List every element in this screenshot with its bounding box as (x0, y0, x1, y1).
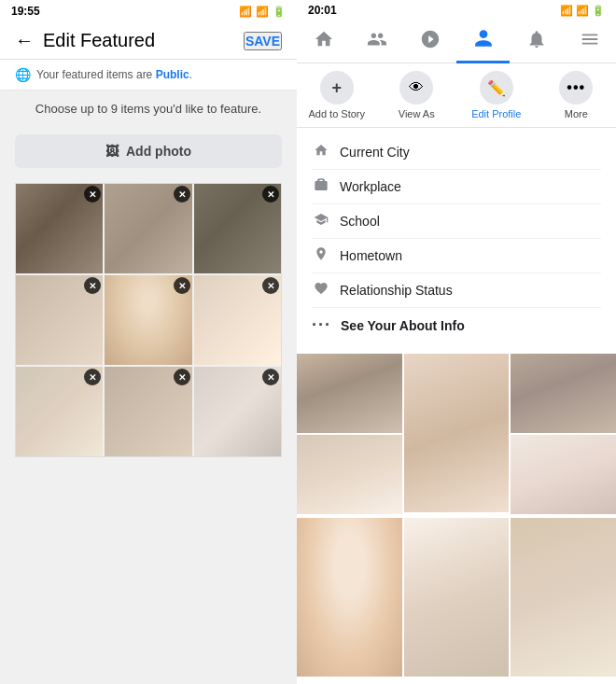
right-status-time: 20:01 (308, 4, 337, 17)
pencil-icon: ✏️ (487, 79, 506, 97)
relationship-item[interactable]: Relationship Status (312, 273, 601, 308)
public-notice-text: Your featured items are Public. (36, 68, 192, 81)
relationship-text: Relationship Status (340, 283, 453, 298)
left-status-icons: 📶 📶 🔋 (239, 6, 286, 18)
hamburger-icon (580, 29, 600, 54)
left-header-title: Edit Featured (43, 30, 155, 51)
grid-cell-5[interactable]: ✕ (105, 275, 191, 365)
back-arrow-icon: ← (15, 30, 34, 51)
remove-photo-7[interactable]: ✕ (84, 369, 101, 385)
grid-cell-2[interactable]: ✕ (105, 184, 191, 273)
view-as-label: View As (399, 108, 435, 119)
right-photo-grid (297, 354, 616, 514)
plus-icon: + (331, 78, 342, 98)
view-as-button[interactable]: 👁 View As (377, 71, 457, 119)
school-item[interactable]: School (312, 204, 601, 239)
right-battery-icon: 🔋 (592, 5, 605, 17)
left-panel: 19:55 📶 📶 🔋 ← Edit Featured SAVE 🌐 Your … (0, 0, 297, 684)
left-header: ← Edit Featured SAVE (0, 22, 297, 60)
grid-cell-1[interactable]: ✕ (16, 184, 103, 273)
remove-photo-2[interactable]: ✕ (174, 186, 190, 202)
right-photo-cell-4[interactable] (297, 435, 402, 514)
see-about-item[interactable]: ··· See Your About Info (312, 308, 601, 342)
more-button[interactable]: ••• More (537, 71, 617, 119)
grid-cell-4[interactable]: ✕ (16, 275, 103, 365)
current-city-item[interactable]: Current City (312, 135, 601, 170)
remove-photo-6[interactable]: ✕ (262, 277, 279, 294)
nav-friends[interactable] (350, 21, 403, 63)
nav-menu[interactable] (563, 21, 616, 63)
add-story-label: Add to Story (308, 108, 365, 119)
right-photo-cell-1[interactable] (297, 354, 402, 433)
school-text: School (340, 214, 380, 229)
nav-profile[interactable] (456, 21, 510, 63)
more-dots-icon: ••• (567, 79, 585, 96)
home-icon (314, 29, 334, 54)
right-photo-cell-6[interactable] (297, 518, 402, 677)
grid-cell-8[interactable]: ✕ (105, 367, 191, 456)
wifi-icon: 📶 (239, 6, 252, 18)
remove-photo-3[interactable]: ✕ (262, 186, 279, 202)
grid-cell-3[interactable]: ✕ (194, 184, 281, 273)
see-about-text: See Your About Info (341, 318, 465, 333)
add-photo-button[interactable]: 🖼 Add photo (15, 134, 282, 168)
profile-info-section: Current City Workplace School Hometown R… (297, 128, 616, 350)
eye-icon: 👁 (409, 79, 424, 96)
workplace-item[interactable]: Workplace (312, 170, 601, 204)
nav-home[interactable] (297, 21, 350, 63)
hometown-text: Hometown (340, 248, 402, 263)
public-link: Public (156, 68, 189, 81)
back-button[interactable]: ← Edit Featured (15, 30, 155, 51)
nav-groups[interactable] (403, 21, 456, 63)
heart-icon (312, 281, 330, 300)
see-about-dots-icon: ··· (312, 315, 331, 335)
edit-profile-icon-circle: ✏️ (480, 71, 513, 105)
right-photo-cell-7[interactable] (404, 518, 510, 677)
grid-cell-6[interactable]: ✕ (194, 275, 281, 365)
left-photo-grid-wrapper: ✕ ✕ ✕ ✕ ✕ ✕ ✕ ✕ ✕ (15, 183, 282, 457)
remove-photo-5[interactable]: ✕ (174, 277, 190, 294)
status-bar-right: 20:01 📶 📶 🔋 (297, 0, 616, 21)
remove-photo-9[interactable]: ✕ (262, 369, 279, 385)
right-photo-section (297, 350, 616, 680)
house-icon (312, 143, 330, 161)
edit-profile-button[interactable]: ✏️ Edit Profile (456, 71, 537, 119)
profile-actions: + Add to Story 👁 View As ✏️ Edit Profile… (297, 63, 616, 128)
grid-cell-7[interactable]: ✕ (16, 367, 103, 456)
right-photo-cell-8[interactable] (511, 518, 616, 677)
nav-notifications[interactable] (510, 21, 563, 63)
current-city-text: Current City (340, 145, 410, 160)
globe-icon: 🌐 (15, 67, 31, 82)
more-label: More (565, 108, 588, 119)
right-photo-cell-2[interactable] (404, 354, 510, 512)
view-as-icon-circle: 👁 (399, 71, 433, 105)
workplace-text: Workplace (340, 179, 401, 194)
status-bar-left: 19:55 📶 📶 🔋 (0, 0, 297, 22)
right-photo-grid-2 (297, 518, 616, 677)
groups-icon (420, 29, 441, 54)
signal-icon: 📶 (256, 6, 269, 18)
save-button[interactable]: SAVE (244, 32, 282, 50)
public-notice: 🌐 Your featured items are Public. (0, 60, 297, 91)
fb-nav (297, 21, 616, 63)
left-status-time: 19:55 (11, 5, 40, 18)
image-icon: 🖼 (105, 144, 119, 159)
remove-photo-4[interactable]: ✕ (84, 277, 101, 294)
briefcase-icon (312, 177, 330, 196)
choose-text: Choose up to 9 items you'd like to featu… (0, 91, 297, 127)
remove-photo-8[interactable]: ✕ (174, 369, 190, 385)
right-photo-cell-3[interactable] (511, 354, 616, 433)
hometown-item[interactable]: Hometown (312, 239, 601, 273)
grid-cell-9[interactable]: ✕ (194, 367, 281, 456)
pin-icon (312, 246, 330, 265)
remove-photo-1[interactable]: ✕ (84, 186, 101, 202)
school-icon (312, 212, 330, 230)
battery-icon: 🔋 (273, 6, 286, 18)
more-icon-circle: ••• (559, 71, 593, 105)
edit-profile-label: Edit Profile (471, 108, 521, 119)
right-panel: 20:01 📶 📶 🔋 (297, 0, 616, 684)
bell-icon (526, 29, 547, 54)
add-to-story-button[interactable]: + Add to Story (297, 71, 377, 119)
left-photo-grid: ✕ ✕ ✕ ✕ ✕ ✕ ✕ ✕ ✕ (15, 183, 282, 457)
right-photo-cell-5[interactable] (511, 435, 616, 514)
